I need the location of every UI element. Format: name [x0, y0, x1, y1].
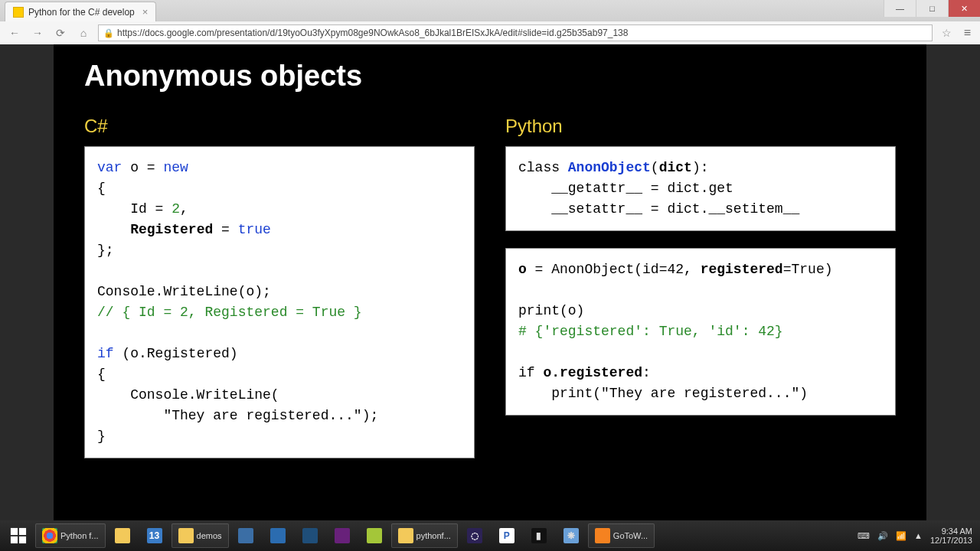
code-token: var	[97, 160, 122, 175]
taskbar-item-calendar[interactable]: 13	[139, 523, 170, 548]
code-line: {	[97, 367, 106, 382]
app-icon	[270, 528, 286, 543]
window-minimize-button[interactable]: —	[884, 0, 916, 17]
code-token: ,	[180, 201, 188, 217]
folder-icon	[115, 528, 130, 543]
taskbar-item-pythonf[interactable]: pythonf...	[391, 523, 458, 548]
url-input[interactable]: 🔒 https://docs.google.com/presentation/d…	[98, 24, 933, 41]
code-line: }	[97, 429, 106, 444]
code-token: true	[238, 222, 271, 237]
window-close-button[interactable]: ✕	[948, 0, 980, 17]
code-line: Console.WriteLine(o);	[97, 284, 271, 299]
window-maximize-button[interactable]: □	[916, 0, 948, 17]
code-token: o.registered	[543, 365, 642, 380]
flower-icon: ❋	[564, 528, 579, 543]
address-bar: ← → ⟳ ⌂ 🔒 https://docs.google.com/presen…	[0, 21, 980, 44]
slide-columns: C# var o = new { Id = 2, Registered = tr…	[84, 116, 896, 475]
taskbar-item-p[interactable]: P	[492, 523, 522, 548]
code-token: :	[642, 365, 651, 380]
taskbar-item-explorer[interactable]	[107, 523, 138, 548]
code-token: =True)	[783, 262, 833, 277]
eclipse-icon: ◌	[467, 528, 482, 543]
taskbar-item-flower[interactable]: ❋	[556, 523, 586, 548]
taskbar-item-demos[interactable]: demos	[172, 523, 229, 548]
taskbar-item-app2[interactable]	[263, 523, 293, 548]
taskbar-item-app3[interactable]	[295, 523, 325, 548]
csharp-column: C# var o = new { Id = 2, Registered = tr…	[84, 116, 475, 475]
code-token: =	[213, 222, 237, 237]
clock-time: 9:34 AM	[930, 527, 972, 536]
lock-icon: 🔒	[103, 28, 114, 38]
clock-date: 12/17/2013	[930, 536, 972, 545]
folder-icon	[398, 528, 413, 543]
taskbar-item-eclipse[interactable]: ◌	[459, 523, 490, 548]
tray-chevron-up-icon[interactable]: ▲	[914, 531, 923, 540]
tray-keyboard-icon[interactable]: ⌨	[858, 531, 870, 541]
code-token: new	[163, 160, 188, 175]
folder-icon	[178, 528, 194, 543]
tray-network-icon[interactable]: 📶	[896, 531, 906, 541]
forward-button[interactable]: →	[29, 24, 46, 41]
bookmark-star-icon[interactable]: ☆	[939, 27, 955, 39]
windows-taskbar[interactable]: Python f... 13 demos pythonf... ◌ P ▮ ❋ …	[0, 520, 980, 551]
p-icon: P	[499, 528, 514, 543]
svg-rect-2	[11, 536, 18, 543]
code-token: 2	[172, 201, 180, 217]
browser-tab[interactable]: Python for the C# develop ×	[5, 2, 156, 21]
slide: Anonymous objects C# var o = new { Id = …	[54, 44, 926, 520]
home-button[interactable]: ⌂	[75, 24, 92, 41]
tab-close-icon[interactable]: ×	[139, 6, 149, 18]
taskbar-item-gotowebinar[interactable]: GoToW...	[588, 523, 655, 548]
tab-title: Python for the C# develop	[28, 7, 135, 18]
gotowebinar-icon	[595, 528, 610, 543]
code-token: = AnonObject(id=42,	[527, 262, 701, 277]
code-line: Console.WriteLine(	[97, 387, 279, 403]
code-token: (o.Registered)	[114, 346, 238, 361]
taskbar-item-visualstudio[interactable]	[327, 523, 358, 548]
code-token: dict	[659, 160, 692, 175]
url-text: https://docs.google.com/presentation/d/1…	[117, 28, 628, 38]
visualstudio-icon	[335, 528, 350, 543]
code-line: "They are registered...");	[97, 408, 378, 423]
code-token: if	[97, 346, 114, 361]
csharp-label: C#	[84, 116, 475, 137]
start-button[interactable]	[3, 523, 34, 548]
cmd-icon: ▮	[531, 528, 547, 543]
svg-rect-3	[19, 536, 26, 543]
code-token: o	[518, 262, 527, 277]
taskbar-item-chrome[interactable]: Python f...	[35, 523, 106, 548]
taskbar-label: demos	[197, 531, 222, 540]
code-line: print(o)	[518, 303, 584, 318]
back-button[interactable]: ←	[6, 24, 23, 41]
system-tray[interactable]: ⌨ 🔊 📶 ▲	[851, 531, 929, 541]
window-controls: — □ ✕	[884, 0, 980, 17]
code-token	[97, 222, 130, 237]
chrome-menu-icon[interactable]: ≡	[961, 26, 974, 40]
taskbar-item-cmd[interactable]: ▮	[524, 523, 554, 548]
code-line: };	[97, 243, 114, 258]
code-token: o =	[122, 160, 163, 175]
taskbar-item-app1[interactable]	[230, 523, 261, 548]
app-icon	[302, 528, 318, 543]
pycharm-icon	[367, 528, 382, 543]
python-code-2: o = AnonObject(id=42, registered=True) p…	[505, 248, 896, 416]
app-icon	[238, 528, 253, 543]
code-token: class	[518, 160, 568, 175]
code-token: AnonObject	[568, 160, 651, 175]
slides-favicon-icon	[13, 7, 24, 18]
taskbar-item-pycharm[interactable]	[359, 523, 390, 548]
tray-volume-icon[interactable]: 🔊	[877, 531, 888, 541]
code-line: __getattr__ = dict.get	[518, 181, 733, 196]
code-token: ):	[692, 160, 709, 175]
code-token: (	[651, 160, 659, 175]
taskbar-label: GoToW...	[613, 531, 648, 540]
taskbar-clock[interactable]: 9:34 AM 12/17/2013	[930, 527, 977, 545]
python-label: Python	[505, 116, 896, 137]
python-column: Python class AnonObject(dict): __getattr…	[505, 116, 896, 475]
presentation-viewport: Anonymous objects C# var o = new { Id = …	[0, 44, 980, 520]
code-comment: // { Id = 2, Registered = True }	[97, 305, 362, 320]
taskbar-label: pythonf...	[416, 531, 451, 540]
code-token: Id =	[97, 201, 172, 217]
code-line: {	[97, 181, 106, 196]
reload-button[interactable]: ⟳	[52, 24, 69, 41]
